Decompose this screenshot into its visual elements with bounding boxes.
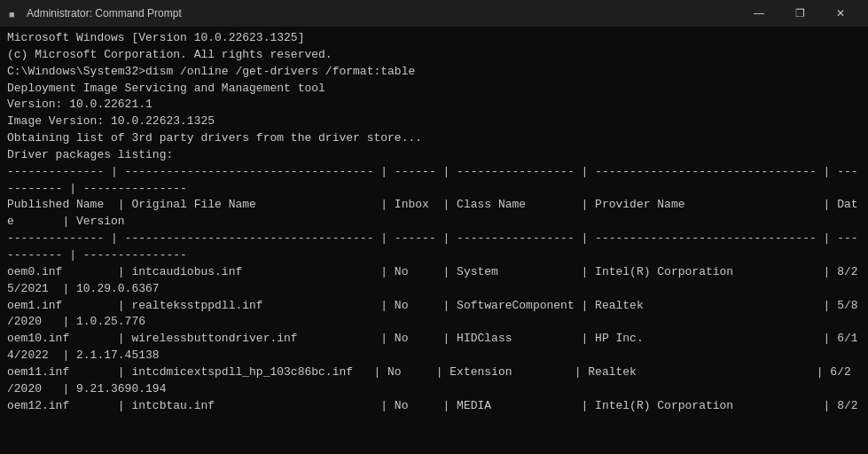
window-controls: — ❐ ✕ bbox=[739, 0, 861, 27]
minimize-button[interactable]: — bbox=[739, 0, 779, 27]
terminal-line: -------- | --------------- bbox=[7, 181, 861, 198]
close-button[interactable]: ✕ bbox=[820, 0, 861, 27]
terminal-line: oem11.inf | intcdmicextspdll_hp_103c86bc… bbox=[7, 364, 861, 381]
terminal-line: Driver packages listing: bbox=[7, 147, 861, 164]
terminal-line: -------------- | -----------------------… bbox=[7, 231, 861, 247]
terminal-line: /2020 | 9.21.3690.194 bbox=[7, 381, 861, 398]
terminal-line: oem12.inf | intcbtau.inf | No | MEDIA | … bbox=[7, 398, 861, 415]
terminal-line: -------------- | -----------------------… bbox=[7, 164, 861, 181]
terminal-line: Deployment Image Servicing and Managemen… bbox=[7, 81, 861, 98]
terminal-line: -------- | --------------- bbox=[7, 247, 861, 264]
terminal-line: Obtaining list of 3rd party drivers from… bbox=[7, 130, 861, 147]
terminal-line: /2020 | 1.0.25.776 bbox=[7, 314, 861, 331]
terminal-line: oem1.inf | realteksstppdll.inf | No | So… bbox=[7, 298, 861, 315]
terminal-line: 4/2022 | 2.1.17.45138 bbox=[7, 348, 861, 364]
title-bar-left: ■ Administrator: Command Prompt bbox=[7, 6, 182, 20]
terminal-icon: ■ bbox=[7, 6, 21, 20]
terminal-line: oem0.inf | intcaudiobus.inf | No | Syste… bbox=[7, 264, 861, 281]
terminal-line: Version: 10.0.22621.1 bbox=[7, 97, 861, 114]
terminal-line: 5/2021 | 10.29.0.6367 bbox=[7, 281, 861, 298]
window-title: Administrator: Command Prompt bbox=[27, 7, 182, 20]
terminal-line: C:\Windows\System32>dism /online /get-dr… bbox=[7, 64, 861, 81]
terminal-line: oem10.inf | wirelessbuttondriver.inf | N… bbox=[7, 331, 861, 348]
svg-text:■: ■ bbox=[9, 10, 15, 20]
terminal-line: e | Version bbox=[7, 214, 861, 231]
terminal-line: Image Version: 10.0.22623.1325 bbox=[7, 114, 861, 130]
terminal-line: (c) Microsoft Corporation. All rights re… bbox=[7, 47, 861, 64]
title-bar: ■ Administrator: Command Prompt — ❐ ✕ bbox=[0, 0, 868, 27]
terminal-body: Microsoft Windows [Version 10.0.22623.13… bbox=[0, 27, 868, 454]
maximize-button[interactable]: ❐ bbox=[779, 0, 820, 27]
terminal-line: Published Name | Original File Name | In… bbox=[7, 197, 861, 214]
terminal-line: Microsoft Windows [Version 10.0.22623.13… bbox=[7, 30, 861, 47]
